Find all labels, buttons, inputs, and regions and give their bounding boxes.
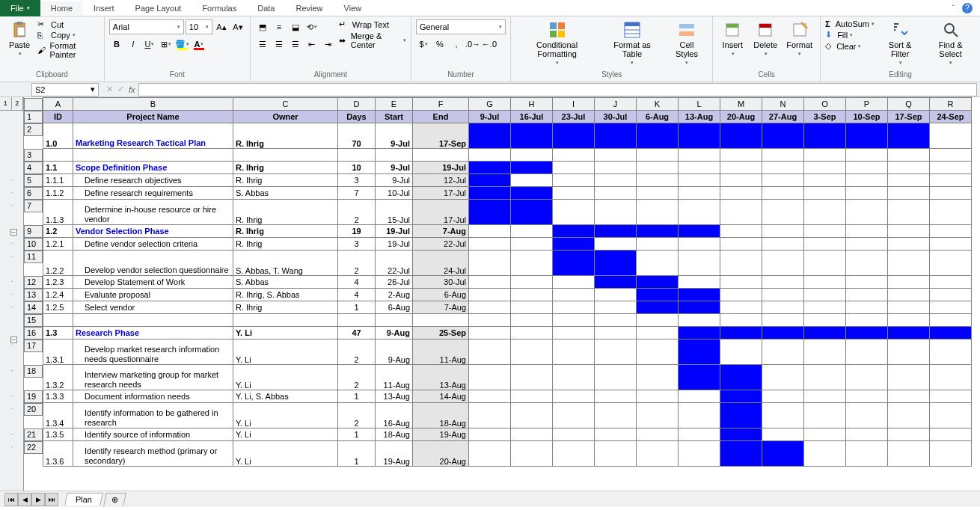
gantt-cell[interactable] [595, 327, 637, 340]
cell[interactable]: 3 [338, 238, 376, 251]
col-header-B[interactable]: B [73, 98, 233, 111]
gantt-cell[interactable] [762, 200, 804, 225]
formula-input[interactable] [138, 83, 977, 96]
gantt-cell[interactable] [762, 187, 804, 200]
cell[interactable]: 30-Jul [413, 276, 469, 289]
gantt-cell[interactable] [804, 340, 846, 365]
gantt-cell[interactable] [511, 225, 553, 238]
merge-center-button[interactable]: ⬌Merge & Center▾ [339, 31, 406, 49]
header-cell[interactable]: 9-Jul [469, 111, 511, 123]
header-cell[interactable]: ID [43, 111, 73, 123]
gantt-cell[interactable] [679, 123, 720, 149]
cell[interactable] [679, 149, 720, 162]
cell[interactable]: 1.3.6 [43, 441, 73, 467]
col-header-I[interactable]: I [553, 98, 595, 111]
gantt-cell[interactable] [679, 174, 720, 187]
cell[interactable]: 9-Jul [376, 174, 413, 187]
select-all[interactable] [24, 98, 43, 111]
gantt-cell[interactable] [720, 276, 762, 289]
gantt-cell[interactable] [930, 174, 972, 187]
cell[interactable] [553, 149, 595, 162]
gantt-cell[interactable] [511, 365, 553, 390]
gantt-cell[interactable] [846, 162, 888, 174]
align-center-button[interactable]: ☰ [272, 37, 287, 52]
gantt-cell[interactable] [637, 162, 679, 174]
gantt-cell[interactable] [553, 174, 595, 187]
gantt-cell[interactable] [804, 390, 846, 403]
gantt-cell[interactable] [553, 441, 595, 467]
cell[interactable]: R. Ihrig, S. Abbas [233, 289, 338, 301]
gantt-cell[interactable] [804, 276, 846, 289]
gantt-cell[interactable] [762, 441, 804, 467]
enter-icon[interactable]: ✓ [117, 85, 124, 94]
gantt-cell[interactable] [595, 174, 637, 187]
header-cell[interactable]: Days [338, 111, 376, 123]
gantt-cell[interactable] [846, 327, 888, 340]
gantt-cell[interactable] [595, 428, 637, 441]
insert-button[interactable]: Insert▾ [717, 19, 747, 58]
cell[interactable] [888, 149, 930, 162]
gantt-cell[interactable] [720, 225, 762, 238]
cell[interactable] [511, 149, 553, 162]
gantt-cell[interactable] [846, 225, 888, 238]
format-painter-button[interactable]: 🖌Format Painter [37, 41, 99, 59]
gantt-cell[interactable] [804, 187, 846, 200]
col-header-J[interactable]: J [595, 98, 637, 111]
gantt-cell[interactable] [553, 365, 595, 390]
row-header[interactable]: 2 [24, 123, 43, 136]
gantt-cell[interactable] [553, 225, 595, 238]
gantt-cell[interactable] [804, 174, 846, 187]
gantt-cell[interactable] [762, 390, 804, 403]
gantt-cell[interactable] [553, 428, 595, 441]
cell[interactable]: 7 [338, 187, 376, 200]
gantt-cell[interactable] [637, 441, 679, 467]
gantt-cell[interactable] [930, 225, 972, 238]
cell[interactable] [679, 314, 720, 327]
gantt-cell[interactable] [553, 200, 595, 225]
cell[interactable]: 1.2.1 [43, 238, 73, 251]
header-cell[interactable]: 30-Jul [595, 111, 637, 123]
gantt-cell[interactable] [637, 390, 679, 403]
gantt-cell[interactable] [679, 251, 720, 276]
cell[interactable]: 9-Jul [376, 162, 413, 174]
gantt-cell[interactable] [930, 301, 972, 314]
cell[interactable]: Determine in-house resource or hire vend… [73, 200, 233, 225]
conditional-formatting-button[interactable]: Conditional Formatting▾ [515, 19, 598, 67]
header-cell[interactable]: 17-Sep [888, 111, 930, 123]
header-cell[interactable]: 27-Aug [762, 111, 804, 123]
gantt-cell[interactable] [595, 238, 637, 251]
cell[interactable]: 18-Aug [376, 428, 413, 441]
cell[interactable]: 1.1.1 [43, 174, 73, 187]
gantt-cell[interactable] [888, 251, 930, 276]
cell[interactable]: 70 [338, 123, 376, 149]
row-header[interactable]: 13 [24, 289, 43, 301]
name-box[interactable]: S2▾ [31, 83, 99, 96]
gantt-cell[interactable] [679, 238, 720, 251]
cell[interactable]: R. Ihrig [233, 162, 338, 174]
gantt-cell[interactable] [846, 365, 888, 390]
outline-collapse-button[interactable]: − [1, 337, 25, 344]
cell[interactable]: 17-Sep [413, 123, 469, 149]
gantt-cell[interactable] [762, 428, 804, 441]
cell[interactable] [595, 149, 637, 162]
gantt-cell[interactable] [720, 340, 762, 365]
currency-button[interactable]: $▾ [416, 37, 431, 52]
cell[interactable] [637, 314, 679, 327]
gantt-cell[interactable] [930, 390, 972, 403]
col-header-M[interactable]: M [720, 98, 762, 111]
cell[interactable] [413, 314, 469, 327]
cell[interactable]: 2 [338, 251, 376, 276]
gantt-cell[interactable] [595, 276, 637, 289]
header-cell[interactable]: Owner [233, 111, 338, 123]
gantt-cell[interactable] [846, 441, 888, 467]
cell[interactable]: 1.3 [43, 327, 73, 340]
gantt-cell[interactable] [511, 123, 553, 149]
gantt-cell[interactable] [469, 187, 511, 200]
cell[interactable]: Marketing Research Tactical Plan [73, 123, 233, 149]
gantt-cell[interactable] [930, 200, 972, 225]
copy-button[interactable]: ⎘Copy▾ [37, 31, 99, 40]
gantt-cell[interactable] [637, 301, 679, 314]
gantt-cell[interactable] [888, 200, 930, 225]
indent-dec-button[interactable]: ⇤ [304, 37, 319, 52]
shrink-font-button[interactable]: A▾ [230, 19, 245, 34]
